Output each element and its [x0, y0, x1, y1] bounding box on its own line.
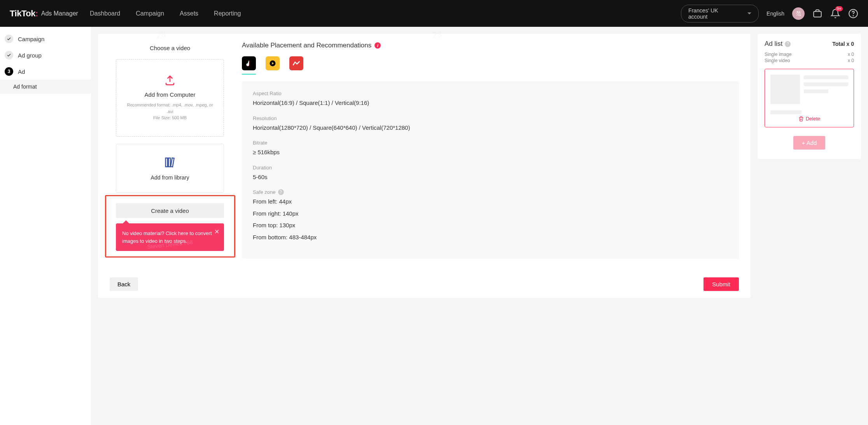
- placement-tabs: [242, 56, 739, 70]
- svg-rect-4: [168, 158, 170, 167]
- bell-icon[interactable]: 9+: [830, 9, 840, 19]
- step-number: 3: [5, 67, 13, 76]
- spec-column: Available Placement and Recommendations …: [242, 34, 751, 298]
- trash-icon: [798, 116, 804, 122]
- back-button[interactable]: Back: [110, 277, 138, 291]
- adlist-row-label: Single image: [765, 52, 791, 57]
- placeholder-line: [770, 110, 802, 114]
- resolution-label: Resolution: [253, 115, 728, 121]
- placement-tiktok[interactable]: [242, 56, 256, 70]
- adlist-breakdown: Single imagex 0 Single videox 0: [765, 52, 854, 63]
- primary-nav: Dashboard Campaign Assets Reporting: [90, 10, 241, 17]
- create-video-highlight: Create a video ✕ No video material? Clic…: [105, 195, 235, 258]
- sidebar-label: Ad: [18, 68, 25, 75]
- sidebar: Campaign Ad group 3 Ad Ad format: [0, 27, 91, 425]
- sidebar-label: Campaign: [18, 36, 44, 42]
- sidebar-item-campaign[interactable]: Campaign: [0, 31, 91, 47]
- chevron-down-icon: [747, 12, 751, 14]
- add-ad-button[interactable]: + Add: [793, 136, 826, 150]
- aspect-ratio-value: Horizontal(16:9) / Square(1:1) / Vertica…: [253, 99, 728, 108]
- sidebar-item-adformat[interactable]: Ad format: [0, 80, 91, 94]
- account-selector[interactable]: Frances' UK account: [681, 5, 759, 23]
- nav-dashboard[interactable]: Dashboard: [90, 10, 120, 17]
- library-label: Add from library: [151, 174, 189, 181]
- delete-ad-button[interactable]: Delete: [770, 116, 848, 122]
- safezone-values: From left: 44px From right: 140px From t…: [253, 197, 728, 242]
- add-from-library[interactable]: Add from library: [116, 144, 224, 193]
- safezone-top: From top: 130px: [253, 221, 728, 230]
- adlist-row-value: x 0: [848, 58, 854, 63]
- choose-video-column: Choose a video Add from Computer Recomme…: [98, 34, 230, 298]
- account-name: Frances' UK account: [688, 7, 736, 20]
- placeholder-line: [804, 89, 828, 93]
- safezone-right: From right: 140px: [253, 209, 728, 218]
- library-icon: [164, 156, 176, 170]
- resolution-value: Horizontal(1280*720) / Square(640*640) /…: [253, 124, 728, 132]
- placeholder-line: [804, 75, 848, 79]
- preview-lines: [804, 75, 848, 104]
- svg-point-2: [853, 15, 853, 16]
- svg-rect-5: [171, 158, 174, 167]
- create-video-button[interactable]: Create a video: [116, 203, 224, 218]
- sidebar-item-adgroup[interactable]: Ad group: [0, 47, 91, 63]
- create-video-tooltip: ✕ No video material? Click here to conve…: [116, 223, 224, 251]
- language-selector[interactable]: English: [766, 10, 784, 17]
- placement-header: Available Placement and Recommendations …: [242, 42, 739, 49]
- close-icon[interactable]: ✕: [214, 227, 219, 237]
- nav-assets[interactable]: Assets: [180, 10, 198, 17]
- upload-label: Add from Computer: [145, 91, 196, 98]
- ad-list-card: Ad list ? Total x 0 Single imagex 0 Sing…: [758, 34, 861, 159]
- upload-icon: [163, 75, 177, 87]
- submit-button[interactable]: Submit: [704, 277, 739, 291]
- main-card: 28 28 Choose a video Add from Computer R…: [98, 34, 751, 298]
- sidebar-item-ad[interactable]: 3 Ad: [0, 63, 91, 80]
- logo: TikTok: Ads Manager: [10, 9, 78, 19]
- choose-video-title: Choose a video: [150, 45, 190, 51]
- briefcase-icon[interactable]: [812, 9, 822, 19]
- placeholder-line: [804, 82, 848, 86]
- svg-rect-3: [166, 158, 168, 167]
- adlist-title: Ad list ?: [765, 40, 791, 48]
- nav-reporting[interactable]: Reporting: [214, 10, 241, 17]
- placement-topbuzz[interactable]: [289, 56, 303, 70]
- footer-buttons: Back Submit: [110, 277, 739, 291]
- bitrate-value: ≥ 516kbps: [253, 148, 728, 157]
- spec-panel: Aspect Ratio Horizontal(16:9) / Square(1…: [242, 81, 739, 259]
- sidebar-sub-label: Ad format: [13, 84, 37, 90]
- avatar[interactable]: 范: [792, 7, 805, 20]
- check-icon: [5, 51, 13, 59]
- logo-brand: TikTok:: [10, 9, 38, 19]
- adlist-row-label: Single video: [765, 58, 790, 63]
- layout: Campaign Ad group 3 Ad Ad format 28 28 C…: [0, 27, 868, 425]
- adlist-header: Ad list ? Total x 0: [765, 40, 854, 48]
- header-right: Frances' UK account English 范 9+: [681, 5, 858, 23]
- notification-badge: 9+: [835, 6, 843, 11]
- adlist-row-value: x 0: [848, 52, 854, 57]
- safezone-left: From left: 44px: [253, 197, 728, 206]
- upload-format-hint: Recommended format: .mp4, .mov, .mpeg, o…: [124, 102, 216, 115]
- top-header: TikTok: Ads Manager Dashboard Campaign A…: [0, 0, 868, 27]
- duration-label: Duration: [253, 165, 728, 171]
- upload-from-computer[interactable]: Add from Computer Recommended format: .m…: [116, 59, 224, 137]
- upload-size-hint: File Size: 500 MB: [153, 115, 187, 121]
- placement-buzzvideo[interactable]: [266, 56, 280, 70]
- bitrate-label: Bitrate: [253, 140, 728, 146]
- help-icon[interactable]: ?: [785, 41, 791, 47]
- nav-campaign[interactable]: Campaign: [136, 10, 164, 17]
- delete-label: Delete: [806, 116, 821, 122]
- adlist-total: Total x 0: [832, 41, 854, 47]
- help-icon[interactable]: [848, 9, 858, 19]
- svg-rect-0: [814, 11, 821, 17]
- info-icon[interactable]: i: [374, 42, 381, 49]
- main-area: 28 28 Choose a video Add from Computer R…: [91, 27, 868, 425]
- safezone-bottom: From bottom: 483-484px: [253, 233, 728, 242]
- safezone-label: Safe zone ?: [253, 189, 728, 195]
- preview-thumbnail: [770, 75, 800, 104]
- help-icon[interactable]: ?: [278, 189, 284, 195]
- check-icon: [5, 35, 13, 43]
- aspect-ratio-label: Aspect Ratio: [253, 91, 728, 96]
- tooltip-text: No video material? Click here to convert…: [122, 230, 212, 244]
- preview-body: [770, 75, 848, 104]
- adlist-preview[interactable]: Delete: [765, 69, 854, 127]
- duration-value: 5-60s: [253, 173, 728, 182]
